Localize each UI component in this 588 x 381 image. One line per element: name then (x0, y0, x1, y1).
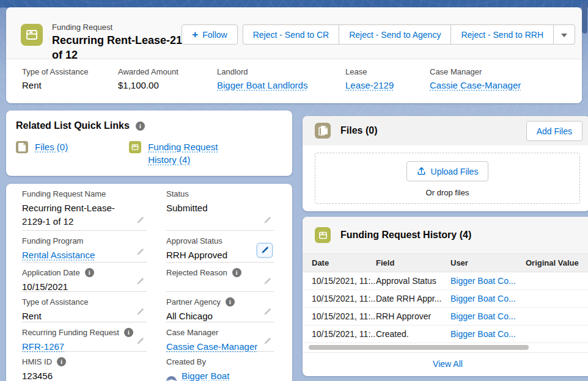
field-rejected-reason: Rejected Reasoni (166, 263, 274, 292)
cell-date: 10/15/2021, 11:... (303, 276, 376, 286)
field-value: $1,100.00 (118, 80, 217, 90)
field-value: Recurring Rent-Lease-2129-1 of 12 (22, 201, 127, 228)
field-label: HMIS ID (22, 357, 52, 366)
lease-link[interactable]: Lease-2129 (345, 80, 394, 90)
related-list-quick-links-card: Related List Quick Links i Files (0) Fun… (6, 111, 292, 176)
edit-pencil-icon[interactable] (136, 248, 144, 256)
field-label: Funding Request Name (22, 189, 106, 198)
table-row: 10/15/2021, 11:... RRH Approver Bigger B… (303, 308, 588, 325)
add-files-button[interactable]: Add Files (526, 121, 582, 141)
plus-icon: + (192, 31, 198, 39)
reject-send-to-rrh-button[interactable]: Reject - Send to RRH (450, 24, 553, 45)
upload-icon (417, 166, 426, 177)
info-icon[interactable]: i (232, 268, 241, 277)
table-row: 10/15/2021, 11:... Created. Bigger Boat … (303, 325, 588, 343)
recurring-funding-request-link[interactable]: RFR-1267 (22, 341, 64, 352)
field-label: Case Manager (166, 328, 218, 337)
view-all-link[interactable]: View All (433, 359, 463, 369)
chevron-down-icon (561, 34, 567, 37)
edit-pencil-icon[interactable] (136, 277, 144, 286)
quick-links-title: Related List Quick Links (16, 120, 130, 131)
funding-request-record-icon (21, 24, 43, 46)
user-link[interactable]: Bigger Boat Co... (450, 329, 516, 339)
field-hmis-id: HMIS IDi 123456 (22, 352, 147, 381)
created-by-link[interactable]: Bigger Boat Consulting, (182, 369, 271, 381)
edit-pencil-icon-active[interactable] (257, 243, 273, 258)
field-label: Type of Assistance (22, 297, 88, 307)
field-label: Created By (166, 357, 206, 366)
funding-request-history-quick-link[interactable]: Funding Request History (4) (148, 140, 229, 166)
table-row: 10/15/2021, 11:... Date RRH Appr... Bigg… (303, 290, 588, 308)
reject-button-group: Reject - Send to CR Reject - Send to Age… (243, 24, 575, 45)
files-icon (315, 123, 331, 139)
file-icon (16, 141, 28, 153)
field-label: Partner Agency (166, 297, 221, 307)
cell-date: 10/15/2021, 11:... (303, 311, 376, 321)
edit-pencil-icon[interactable] (263, 308, 271, 316)
field-type-of-assistance: Type of Assistance Rent (22, 292, 147, 322)
field-label: Rejected Reason (166, 268, 227, 277)
record-details-card: Funding Request Name Recurring Rent-Leas… (6, 184, 292, 381)
highlight-lease: Lease Lease-2129 (345, 67, 430, 103)
more-actions-dropdown-button[interactable] (553, 24, 575, 45)
field-application-date: Application Datei 10/15/2021 (22, 263, 147, 292)
field-label: Recurring Funding Request (22, 328, 119, 337)
vertical-scrollbar-thumb[interactable] (582, 3, 587, 34)
column-header-original-value[interactable]: Original Value (526, 258, 588, 267)
column-header-date[interactable]: Date (303, 258, 376, 267)
field-value: Submitted (166, 201, 271, 215)
cell-field: Approval Status (376, 276, 450, 286)
highlight-case-manager: Case Manager Cassie Case-Manager (430, 67, 582, 103)
field-label: Awarded Amount (118, 67, 217, 76)
field-label: Type of Assistance (22, 67, 118, 76)
field-label: Funding Program (22, 236, 83, 245)
horizontal-scrollbar-thumb[interactable] (309, 345, 529, 350)
drop-files-hint: Or drop files (315, 188, 579, 197)
field-partner-agency: Partner Agencyi All Chicago (166, 292, 274, 322)
field-funding-program: Funding Program Rental Assistance (22, 231, 147, 263)
edit-pencil-icon[interactable] (263, 337, 271, 346)
cell-date: 10/15/2021, 11:... (303, 294, 376, 303)
field-recurring-funding-request: Recurring Funding Requesti RFR-1267 (22, 322, 147, 352)
info-icon[interactable]: i (136, 122, 145, 131)
field-case-manager: Case Manager Cassie Case-Manager (166, 322, 274, 352)
user-link[interactable]: Bigger Boat Co... (450, 311, 516, 321)
table-row: 10/15/2021, 11:... Approval Status Bigge… (303, 272, 588, 290)
field-label: Landlord (217, 67, 345, 76)
user-link[interactable]: Bigger Boat Co... (450, 294, 516, 303)
field-status: Status Submitted (166, 184, 274, 231)
cell-date: 10/15/2021, 11:... (303, 329, 376, 339)
case-manager-link[interactable]: Cassie Case-Manager (430, 80, 521, 90)
edit-pencil-icon[interactable] (136, 308, 144, 316)
reject-send-to-cr-button[interactable]: Reject - Send to CR (243, 24, 339, 45)
follow-button-label: Follow (202, 30, 227, 40)
funding-request-history-card: Funding Request History (4) Date Field U… (303, 217, 588, 376)
avatar (166, 376, 177, 381)
info-icon[interactable]: i (124, 328, 133, 337)
edit-pencil-icon[interactable] (263, 216, 271, 225)
field-label: Approval Status (166, 236, 222, 245)
column-header-field[interactable]: Field (376, 258, 450, 267)
info-icon[interactable]: i (226, 297, 235, 307)
record-header-top: Funding Request Recurring Rent-Lease-212… (6, 7, 582, 59)
edit-pencil-icon[interactable] (263, 277, 271, 286)
quick-link-files: Files (0) (16, 140, 68, 166)
edit-pencil-icon[interactable] (136, 216, 144, 225)
files-quick-link[interactable]: Files (0) (35, 140, 68, 153)
field-label: Status (166, 189, 189, 198)
follow-button[interactable]: + Follow (182, 24, 237, 45)
case-manager-detail-link[interactable]: Cassie Case-Manager (166, 341, 257, 352)
field-created-by: Created By Bigger Boat Consulting, (166, 352, 274, 381)
field-value: Rent (22, 80, 118, 90)
reject-send-to-agency-button[interactable]: Reject - Send to Agency (339, 24, 450, 45)
column-header-user[interactable]: User (450, 258, 526, 267)
upload-files-button[interactable]: Upload Files (406, 161, 489, 181)
info-icon[interactable]: i (57, 357, 66, 366)
edit-pencil-icon[interactable] (136, 337, 144, 346)
file-dropzone[interactable]: Upload Files Or drop files (315, 153, 580, 204)
funding-request-history-icon (315, 227, 331, 243)
info-icon[interactable]: i (85, 268, 94, 277)
landlord-link[interactable]: Bigger Boat Landlords (217, 80, 307, 90)
funding-program-link[interactable]: Rental Assistance (22, 250, 95, 260)
user-link[interactable]: Bigger Boat Co... (450, 276, 516, 286)
